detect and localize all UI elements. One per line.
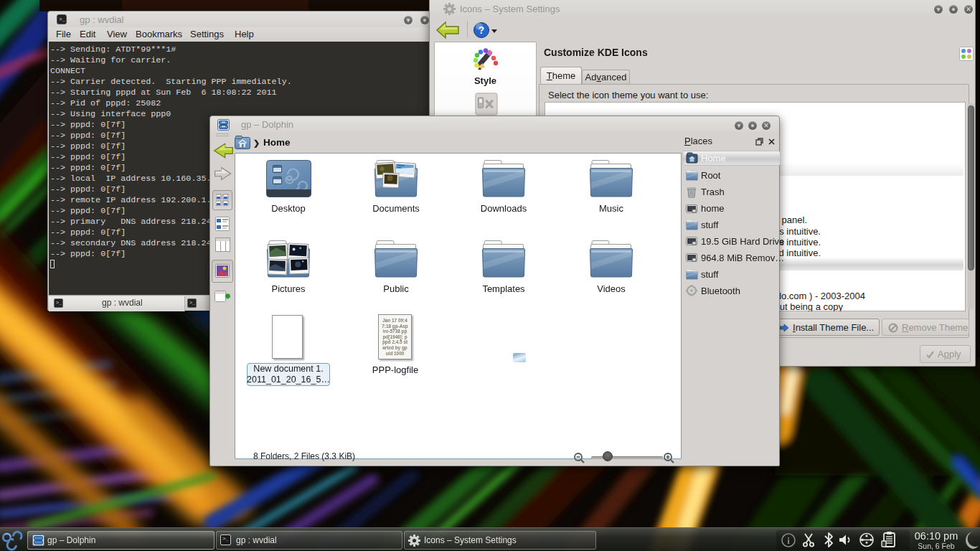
svg-text:?: ? [479,24,485,36]
svg-text:i: i [787,535,790,546]
